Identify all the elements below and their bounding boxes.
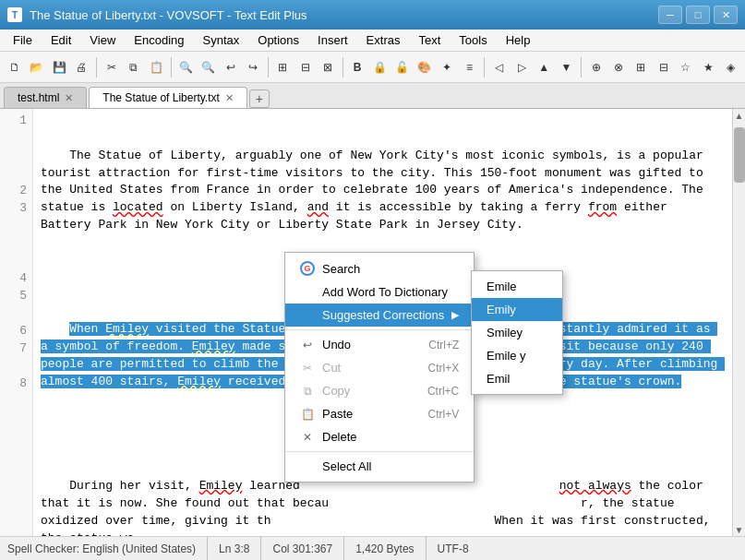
tab-liberty[interactable]: The Statue of Liberty.txt ✕ [89, 87, 247, 108]
tool5[interactable]: ✦ [437, 55, 458, 79]
editor-area: 1 2 3 4 5 6 7 8 The Statue of Liberty, a… [0, 109, 745, 536]
bold-button[interactable]: B [347, 55, 368, 79]
ctx-search[interactable]: G Search [285, 256, 474, 280]
bytes-label: 1,420 Bytes [355, 542, 414, 555]
scroll-up-button[interactable]: ▲ [733, 109, 745, 122]
ctx-select-all-label: Select All [322, 459, 371, 473]
copy-toolbar-button[interactable]: ⧉ [123, 55, 144, 79]
cut-toolbar-button[interactable]: ✂ [101, 55, 122, 79]
menu-insert[interactable]: Insert [308, 30, 357, 51]
menu-extras[interactable]: Extras [357, 30, 410, 51]
unlock-button[interactable]: 🔓 [391, 55, 413, 79]
arrow-right-button[interactable]: ▷ [511, 55, 532, 79]
context-menu: G Search Add Word To Dictionary Suggeste… [284, 252, 475, 483]
ctx-suggested-left: Suggested Corrections [300, 308, 444, 322]
arrow-down-button[interactable]: ▼ [556, 55, 577, 79]
suggest-emile-y[interactable]: Emile y [472, 344, 562, 367]
menu-tools[interactable]: Tools [450, 30, 496, 51]
ctx-undo[interactable]: ↩ Undo Ctrl+Z [285, 333, 474, 356]
new-tab-button[interactable]: + [249, 89, 270, 108]
line-num-1d [0, 165, 27, 183]
scroll-down-button[interactable]: ▼ [733, 523, 745, 536]
extra6[interactable]: ★ [698, 55, 719, 79]
extra3[interactable]: ⊞ [631, 55, 652, 79]
extra7[interactable]: ◈ [720, 55, 741, 79]
window-title: The Statue of Liberty.txt - VOVSOFT - Te… [30, 8, 307, 22]
window-controls[interactable]: ─ □ ✕ [658, 6, 738, 24]
tab-test-html-label: test.html [18, 91, 59, 104]
line-1-text: The Statue of Liberty, arguably one of N… [41, 148, 725, 234]
vertical-scrollbar[interactable]: ▲ ▼ [732, 109, 745, 536]
line-num-5b [0, 305, 27, 323]
lock-button[interactable]: 🔒 [369, 55, 391, 79]
menu-view[interactable]: View [80, 30, 125, 51]
toolbar-sep-3 [268, 57, 269, 77]
ctx-undo-shortcut: Ctrl+Z [428, 339, 459, 351]
ctx-cut[interactable]: ✂ Cut Ctrl+X [285, 356, 474, 379]
zoom-out-button[interactable]: 🔍 [198, 55, 219, 79]
ctx-select-all-left: Select All [300, 459, 371, 473]
ctx-search-label: Search [322, 262, 360, 276]
menu-syntax[interactable]: Syntax [194, 30, 249, 51]
ctx-copy-shortcut: Ctrl+C [427, 385, 459, 398]
suggest-emile[interactable]: Emile [472, 275, 562, 298]
title-bar-left: T The Statue of Liberty.txt - VOVSOFT - … [7, 7, 307, 22]
app-icon: T [7, 7, 22, 22]
line-num-2: 2 [0, 183, 27, 200]
arrow-left-button[interactable]: ◁ [488, 55, 510, 79]
goto-button[interactable]: ⊠ [317, 55, 338, 79]
ctx-delete[interactable]: ✕ Delete [285, 425, 474, 448]
minimize-button[interactable]: ─ [658, 6, 682, 24]
toolbar-sep-5 [484, 57, 485, 77]
ctx-paste-shortcut: Ctrl+V [428, 408, 460, 421]
extra2[interactable]: ⊗ [607, 55, 629, 79]
ctx-paste-label: Paste [322, 407, 353, 421]
menu-text[interactable]: Text [409, 30, 450, 51]
tab-test-html-close[interactable]: ✕ [65, 93, 73, 103]
paste-toolbar-button[interactable]: 📋 [146, 55, 167, 79]
replace-button[interactable]: ⊟ [294, 55, 316, 79]
extra1[interactable]: ⊕ [585, 55, 607, 79]
tool6[interactable]: ≡ [459, 55, 480, 79]
ctx-cut-label: Cut [322, 361, 341, 375]
suggest-smiley[interactable]: Smiley [472, 321, 562, 344]
menu-options[interactable]: Options [248, 30, 308, 51]
extra4[interactable]: ⊟ [653, 55, 674, 79]
line-5-text: During her visit, Emiley learned not alw… [41, 478, 725, 536]
ctx-cut-icon: ✂ [300, 362, 315, 375]
menu-encoding[interactable]: Encoding [125, 30, 193, 51]
suggest-emily[interactable]: Emily [472, 298, 562, 321]
ctx-copy[interactable]: ⧉ Copy Ctrl+C [285, 379, 474, 402]
ctx-cut-left: ✂ Cut [300, 361, 341, 375]
ctx-paste[interactable]: 📋 Paste Ctrl+V [285, 402, 474, 425]
tab-liberty-close[interactable]: ✕ [225, 93, 234, 103]
line-num-4: 4 [0, 270, 27, 288]
status-bytes: 1,420 Bytes [344, 537, 426, 560]
ctx-paste-left: 📋 Paste [300, 407, 353, 421]
menu-file[interactable]: File [4, 30, 42, 51]
tab-test-html[interactable]: test.html ✕ [4, 87, 87, 108]
maximize-button[interactable]: □ [686, 6, 710, 24]
save-button[interactable]: 💾 [49, 55, 70, 79]
redo-toolbar-button[interactable]: ↪ [243, 55, 264, 79]
ctx-delete-left: ✕ Delete [300, 430, 357, 444]
suggest-emil[interactable]: Emil [472, 367, 562, 390]
ctx-add-word[interactable]: Add Word To Dictionary [285, 280, 474, 304]
menu-help[interactable]: Help [497, 30, 540, 51]
ctx-suggested[interactable]: Suggested Corrections ▶ [285, 304, 474, 327]
print-button[interactable]: 🖨 [71, 55, 92, 79]
zoom-in-button[interactable]: 🔍 [175, 55, 197, 79]
color-button[interactable]: 🎨 [414, 55, 435, 79]
ctx-select-all[interactable]: Select All [285, 455, 474, 478]
new-button[interactable]: 🗋 [4, 55, 25, 79]
undo-toolbar-button[interactable]: ↩ [220, 55, 241, 79]
arrow-up-button[interactable]: ▲ [534, 55, 555, 79]
extra5[interactable]: ☆ [675, 55, 696, 79]
ctx-copy-left: ⧉ Copy [300, 384, 350, 398]
find-button[interactable]: ⊞ [272, 55, 294, 79]
open-button[interactable]: 📂 [26, 55, 47, 79]
menu-edit[interactable]: Edit [42, 30, 80, 51]
scrollbar-thumb[interactable] [734, 127, 745, 183]
tab-liberty-label: The Statue of Liberty.txt [102, 91, 220, 104]
close-button[interactable]: ✕ [714, 6, 738, 24]
